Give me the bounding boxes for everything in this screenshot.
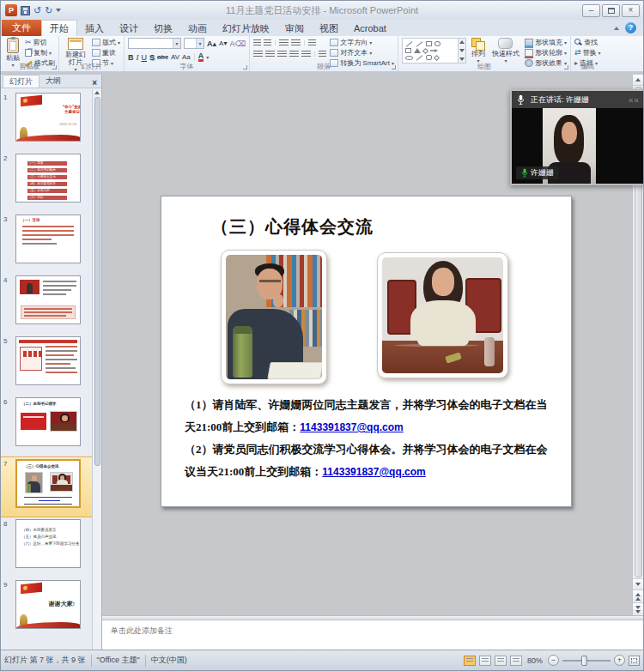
thumbnail-row-5[interactable]: 5	[1, 335, 92, 396]
panel-scrollbar[interactable]	[92, 89, 101, 650]
slideshow-view-button[interactable]	[510, 656, 522, 666]
previous-slide-button[interactable]	[633, 589, 644, 602]
font-name-combobox[interactable]: ▾	[128, 38, 181, 49]
align-center-icon[interactable]	[265, 51, 275, 57]
ellipse-shape-icon[interactable]	[434, 41, 440, 46]
font-size-dropdown-icon[interactable]: ▾	[196, 39, 204, 48]
callout-shape-icon[interactable]	[426, 55, 432, 60]
email-link-2[interactable]: 1143391837@qq.com	[322, 466, 425, 478]
thumbnail-row-6[interactable]: 6 （二）支部书记领学	[1, 396, 92, 456]
oval-shape-icon[interactable]	[405, 56, 413, 60]
align-text-button[interactable]: 对齐文本▾	[330, 49, 394, 57]
normal-view-button[interactable]	[464, 656, 476, 666]
close-button[interactable]: ×	[622, 4, 640, 17]
minimize-button[interactable]: –	[582, 4, 600, 17]
panel-close-icon[interactable]: ×	[88, 78, 101, 88]
scroll-down-button[interactable]	[633, 578, 644, 589]
bullets-icon[interactable]	[253, 39, 261, 46]
video-call-header[interactable]: 正在讲话: 许姗姗 « «	[512, 91, 643, 108]
slide-8-thumbnail[interactable]: （四）支部委员发言 （五）党员心声交流 （六）总结，布置下阶段学习任务。	[15, 519, 81, 568]
notes-pane[interactable]: 单击此处添加备注	[102, 620, 643, 650]
numbering-icon[interactable]	[264, 39, 271, 46]
tab-outline[interactable]: 大纲	[39, 75, 67, 88]
thumbnail-row-8[interactable]: 8 （四）支部委员发言 （五）党员心声交流 （六）总结，布置下阶段学习任务。	[1, 517, 92, 578]
tab-file[interactable]: 文件	[2, 20, 41, 36]
shapes-scroll-up-icon[interactable]	[459, 40, 465, 44]
slide-2-thumbnail[interactable]: （一）导语 （二）支部书记领学 （三）心得体会交流 （四）支部委员发言 （五）党…	[15, 154, 81, 203]
rounded-rect-shape-icon[interactable]	[405, 48, 411, 53]
zoom-slider[interactable]	[562, 660, 611, 662]
font-dialog-launcher[interactable]	[243, 65, 247, 70]
tab-slides-thumbnails[interactable]: 幻灯片	[3, 75, 39, 88]
shapes-more-icon[interactable]	[459, 57, 465, 61]
font-color-dropdown-icon[interactable]: ▾	[206, 55, 209, 60]
slide-9-thumbnail[interactable]: 谢谢大家!	[15, 580, 81, 629]
tab-animations[interactable]: 动画	[180, 21, 215, 36]
tab-home[interactable]: 开始	[41, 20, 77, 36]
scroll-up-button[interactable]	[633, 75, 644, 86]
decrease-indent-icon[interactable]	[279, 39, 289, 46]
line-spacing-icon[interactable]	[308, 39, 316, 46]
panel-scroll-up-icon[interactable]	[94, 91, 100, 94]
triangle-shape-icon[interactable]	[414, 48, 421, 53]
theme-name[interactable]: "Office 主题"	[97, 655, 140, 666]
help-icon[interactable]: ?	[625, 22, 636, 33]
shapes-scroll-down-icon[interactable]	[459, 49, 465, 52]
line-shape-icon[interactable]	[406, 41, 413, 47]
grow-font-button[interactable]: A▴	[207, 39, 216, 48]
thumbnail-row-2[interactable]: 2 （一）导语 （二）支部书记领学 （三）心得体会交流 （四）支部委员发言 （五…	[1, 152, 92, 213]
save-icon[interactable]	[21, 6, 30, 15]
slide-4-thumbnail[interactable]	[15, 275, 81, 324]
video-call-overlay[interactable]: 正在讲话: 许姗姗 « « 许姗姗	[510, 89, 644, 185]
thumbnail-row-9[interactable]: 9 谢谢大家!	[1, 578, 92, 639]
font-size-combobox[interactable]: ▾	[184, 38, 204, 49]
arrow-line-shape-icon[interactable]	[416, 41, 423, 47]
rectangle-shape-icon[interactable]	[426, 41, 432, 46]
paragraph-dialog-launcher[interactable]	[392, 65, 396, 70]
photo-xu-shanshan[interactable]	[377, 252, 508, 378]
redo-icon[interactable]: ↻	[45, 6, 52, 15]
powerpoint-app-icon[interactable]: P	[5, 4, 17, 16]
slide-6-thumbnail[interactable]: （二）支部书记领学	[15, 397, 81, 446]
font-color-button[interactable]: A	[198, 52, 204, 62]
shrink-font-button[interactable]: A▾	[219, 39, 227, 48]
webcam-feed[interactable]: 许姗姗	[512, 108, 643, 184]
curve-shape-icon[interactable]	[416, 55, 423, 61]
zoom-in-button[interactable]: +	[614, 655, 625, 666]
tab-insert[interactable]: 插入	[77, 21, 112, 36]
zoom-level[interactable]: 80%	[527, 656, 543, 665]
diamond-shape-icon[interactable]	[422, 47, 428, 53]
slide-title[interactable]: （三）心得体会交流	[211, 215, 374, 239]
italic-button[interactable]: I	[137, 53, 139, 62]
zoom-out-button[interactable]: −	[548, 655, 559, 666]
align-left-icon[interactable]	[253, 51, 263, 57]
underline-button[interactable]: U	[142, 53, 148, 62]
align-right-icon[interactable]	[277, 51, 287, 57]
email-link-1[interactable]: 1143391837@qq.com	[300, 421, 403, 433]
thumbnail-row-3[interactable]: 3 （一）导语	[1, 213, 92, 274]
slide-5-thumbnail[interactable]	[15, 336, 81, 385]
distribute-icon[interactable]	[301, 51, 311, 57]
tab-slideshow[interactable]: 幻灯片放映	[215, 21, 277, 36]
slide-1-thumbnail[interactable]: “奋斗”杂志社党支部主题党日学习活动 2022.11.24	[15, 93, 81, 142]
current-slide-canvas[interactable]: （三）心得体会交流	[161, 196, 572, 507]
slide-body-text[interactable]: （1）请肖陆军、许姗姗两位同志主题发言，并将学习体会的电子文档在当天21:00前…	[185, 394, 552, 483]
drawing-dialog-launcher[interactable]	[564, 65, 568, 70]
tab-transitions[interactable]: 切换	[146, 21, 180, 36]
arrange-button[interactable]: 排列 ▾	[470, 38, 487, 63]
tab-view[interactable]: 视图	[312, 21, 346, 36]
overlay-actions-icon[interactable]: « «	[629, 95, 638, 105]
bold-button[interactable]: B	[128, 53, 134, 62]
next-slide-button[interactable]	[633, 602, 644, 615]
tab-review[interactable]: 审阅	[277, 21, 312, 36]
text-direction-button[interactable]: 文字方向▾	[330, 39, 394, 46]
columns-icon[interactable]	[319, 51, 326, 57]
thumbnail-row-1[interactable]: 1 “奋斗”杂志社党支部主题党日学习活动 2022.11.24	[1, 91, 92, 152]
shape-outline-button[interactable]: 形状轮廓▾	[525, 49, 567, 57]
fit-to-window-button[interactable]	[629, 656, 640, 666]
language-indicator[interactable]: 中文(中国)	[151, 655, 187, 666]
increase-indent-icon[interactable]	[291, 39, 301, 46]
text-shadow-button[interactable]: S	[149, 53, 155, 62]
quick-styles-button[interactable]: 快速样式 ▾	[490, 38, 521, 63]
slide-sorter-view-button[interactable]	[479, 656, 491, 666]
